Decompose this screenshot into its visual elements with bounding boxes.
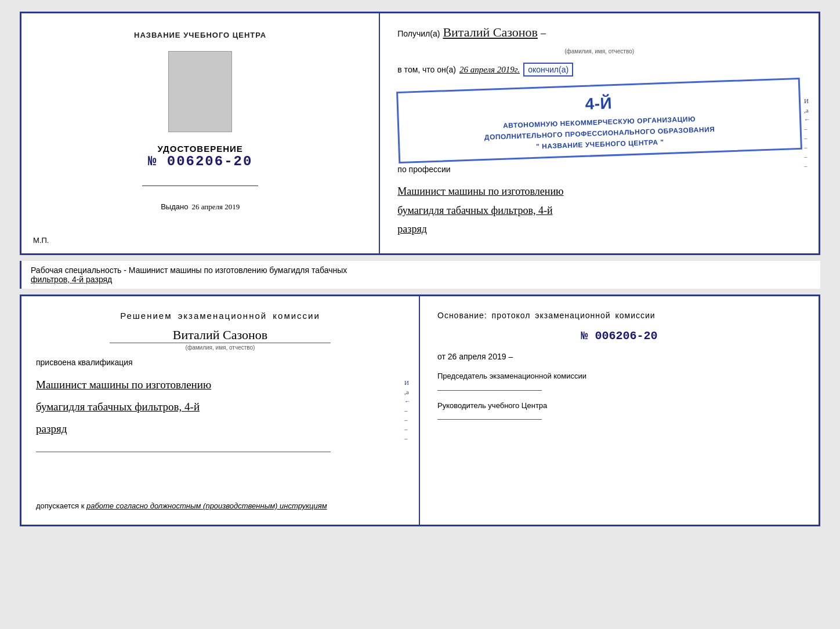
side-decoration: И ,а ← – – – – – (804, 97, 810, 169)
bot-side-decoration: И ,а ← – – – – (404, 379, 411, 442)
stamp-block: 4-й АВТОНОМНУЮ НЕКОММЕРЧЕСКУЮ ОРГАНИЗАЦИ… (396, 78, 802, 164)
predsedatel-block: Председатель экзаменационной комиссии (437, 370, 801, 391)
photo-placeholder (168, 51, 232, 132)
ot-date-val: 26 апреля 2019 (448, 352, 506, 361)
predsedatel-sig-line (437, 390, 542, 391)
cert-school-title: НАЗВАНИЕ УЧЕБНОГО ЦЕНТРА (134, 31, 266, 39)
ruk-sig-line (437, 419, 542, 420)
profession-line3: разряд (397, 220, 801, 238)
vtom-line: в том, что он(а) 26 апреля 2019г. окончи… (397, 63, 801, 77)
bot-right-panel: Основание: протокол экзаменационной коми… (420, 296, 819, 525)
vtom-prefix: в том, что он(а) (397, 65, 456, 74)
vydano-date: 26 апреля 2019 (191, 202, 240, 212)
profession-handwritten: Машинист машины по изготовлению бумагидл… (397, 182, 801, 238)
certificate-top: НАЗВАНИЕ УЧЕБНОГО ЦЕНТРА УДОСТОВЕРЕНИЕ №… (20, 12, 820, 255)
dopusk-prefix: допускается к (36, 501, 84, 510)
info-strip-text: Рабочая специальность - Машинист машины … (31, 266, 347, 275)
bot-profession-line3: разряд (36, 418, 404, 440)
poluchil-label: Получил(а) (397, 29, 440, 38)
vtom-okonchil: окончил(а) (523, 63, 573, 77)
cert-left-panel: НАЗВАНИЕ УЧЕБНОГО ЦЕНТРА УДОСТОВЕРЕНИЕ №… (21, 13, 380, 253)
vydano-row: Выдано 26 апреля 2019 (161, 202, 240, 212)
certificate-bottom: Решением экзаменационной комиссии Витали… (20, 294, 820, 526)
ruk-label: Руководитель учебного Центра (437, 400, 801, 412)
vydano-label: Выдано (161, 202, 188, 211)
ruk-block: Руководитель учебного Центра (437, 400, 801, 420)
bottom-name-block: Виталий Сазонов (фамилия, имя, отчество) (36, 328, 404, 351)
profession-line2: бумагидля табачных фильтров, 4-й (397, 201, 801, 220)
bot-sig-line (36, 452, 331, 452)
dopuskaetsya-block: допускается к работе согласно должностны… (36, 501, 404, 510)
prisvoena-label: присвоена квалификация (36, 358, 404, 367)
bot-profession: Машинист машины по изготовлению бумагидл… (36, 374, 404, 440)
bot-profession-line2: бумагидля табачных фильтров, 4-й (36, 396, 404, 418)
ot-prefix: от (437, 352, 446, 361)
resheniyem-title: Решением экзаменационной комиссии (36, 311, 404, 321)
cert-right-panel: Получил(а) Виталий Сазонов – (фамилия, и… (380, 13, 819, 253)
cert-number: № 006206-20 (148, 154, 252, 169)
mp-label: М.П. (33, 236, 49, 245)
profession-line1: Машинист машины по изготовлению (397, 182, 801, 201)
info-strip-underlined: фильтров, 4-й разряд (31, 275, 112, 284)
poluchil-name: Виталий Сазонов (443, 25, 537, 40)
cert-number-section: УДОСТОВЕРЕНИЕ № 006206-20 (148, 144, 252, 169)
bottom-name: Виталий Сазонов (36, 328, 404, 343)
fio-hint-top: (фамилия, имя, отчество) (397, 48, 801, 54)
dopusk-value: работе согласно должностным (производств… (86, 501, 327, 510)
poluchil-line: Получил(а) Виталий Сазонов – (397, 25, 801, 40)
ot-date-block: от 26 апреля 2019 – (437, 352, 801, 361)
protocol-number: № 006206-20 (437, 329, 801, 343)
ot-dash: – (508, 352, 513, 361)
predsedatel-label: Председатель экзаменационной комиссии (437, 370, 801, 382)
bottom-fio-hint: (фамилия, имя, отчество) (36, 344, 404, 351)
cert-udost-label: УДОСТОВЕРЕНИЕ (148, 144, 252, 154)
poluchil-dash: – (541, 27, 546, 39)
vtom-date: 26 апреля 2019г. (459, 65, 520, 75)
bot-profession-line1: Машинист машины по изготовлению (36, 374, 404, 396)
po-professii-label: по профессии (397, 165, 801, 174)
osnovanie-title: Основание: протокол экзаменационной коми… (437, 311, 801, 320)
info-strip: Рабочая специальность - Машинист машины … (20, 261, 820, 289)
bot-left-panel: Решением экзаменационной комиссии Витали… (21, 296, 420, 525)
cert-divider-line (142, 186, 258, 186)
